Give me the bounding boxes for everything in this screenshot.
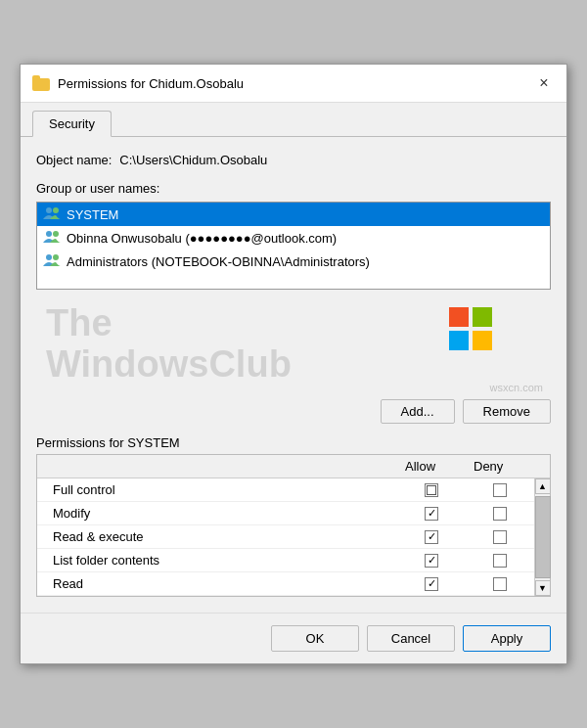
svg-rect-9 [473,331,492,350]
watermark-section: The WindowsClub wsxcn.com Add... Remove [36,297,551,424]
user-icon-obinna [43,229,61,247]
perm-name-list-folder: List folder contents [37,549,397,571]
scroll-down-arrow[interactable]: ▼ [535,580,551,596]
perm-allow-read-execute[interactable] [397,530,466,544]
perm-allow-read[interactable] [397,577,466,591]
add-remove-row: Add... Remove [36,399,551,424]
watermark-text: The WindowsClub [46,303,292,386]
user-icon-admins [43,252,61,270]
perm-deny-list-folder[interactable] [466,554,534,568]
object-name-row: Object name: C:\Users\Chidum.Osobalu [36,153,551,167]
checkbox-allow-read-execute[interactable] [425,530,438,544]
svg-rect-6 [449,307,469,327]
apply-button[interactable]: Apply [463,625,551,652]
perm-row-read-execute: Read & execute [37,525,550,549]
user-item-admins[interactable]: Administrators (NOTEBOOK-OBINNA\Administ… [37,250,550,273]
dialog-content: Object name: C:\Users\Chidum.Osobalu Gro… [21,137,566,613]
permissions-dialog: Permissions for Chidum.Osobalu × Securit… [20,64,567,664]
watermark-area: The WindowsClub wsxcn.com [36,297,551,395]
user-name-admins: Administrators (NOTEBOOK-OBINNA\Administ… [67,254,370,269]
user-item-obinna[interactable]: Obinna Onwusobalu (●●●●●●●●@outlook.com) [37,226,550,250]
checkbox-allow-modify[interactable] [425,507,438,521]
svg-point-0 [46,207,52,213]
perm-row-modify: Modify [37,502,550,525]
svg-point-4 [46,254,52,260]
scroll-thumb[interactable] [535,496,551,578]
add-button[interactable]: Add... [381,399,455,424]
title-bar: Permissions for Chidum.Osobalu × [21,65,566,103]
permissions-wrapper: Allow Deny Full control Modify [36,454,551,597]
perm-name-fullcontrol: Full control [37,478,397,501]
perm-row-list-folder: List folder contents [37,549,550,572]
wsxcn-watermark: wsxcn.com [490,382,543,393]
close-button[interactable]: × [533,72,555,94]
title-bar-left: Permissions for Chidum.Osobalu [32,75,244,91]
tab-bar: Security [21,103,566,137]
checkbox-deny-read[interactable] [493,577,507,591]
col-permission [37,457,397,476]
perm-name-read-execute: Read & execute [37,525,397,548]
user-icon-system [43,205,61,223]
ok-button[interactable]: OK [271,625,359,652]
col-allow: Allow [397,457,466,476]
checkbox-allow-fullcontrol[interactable] [425,483,438,497]
permissions-rows-container: Full control Modify [37,478,550,596]
svg-point-3 [53,231,59,237]
perm-deny-fullcontrol[interactable] [466,483,534,497]
svg-rect-7 [473,307,492,327]
svg-point-5 [53,254,59,260]
bottom-buttons: OK Cancel Apply [21,613,566,663]
group-users-label: Group or user names: [36,181,551,196]
perm-name-modify: Modify [37,502,397,524]
checkbox-deny-fullcontrol[interactable] [493,483,507,497]
perm-allow-list-folder[interactable] [397,554,466,568]
checkbox-deny-modify[interactable] [493,507,507,521]
folder-icon [32,75,50,91]
users-list: SYSTEM Obinna Onwusobalu (●●●●●●●●@outlo… [36,202,551,290]
checkbox-deny-list-folder[interactable] [493,554,507,568]
svg-point-2 [46,231,52,237]
checkbox-allow-read[interactable] [425,577,438,591]
object-name-value: C:\Users\Chidum.Osobalu [119,153,267,167]
dialog-title: Permissions for Chidum.Osobalu [58,76,244,91]
user-name-obinna: Obinna Onwusobalu (●●●●●●●●@outlook.com) [67,231,337,246]
perm-name-read: Read [37,572,397,595]
user-name-system: SYSTEM [67,207,118,222]
perm-deny-modify[interactable] [466,507,534,521]
user-item-system[interactable]: SYSTEM [37,203,550,226]
permissions-label: Permissions for SYSTEM [36,435,551,450]
col-deny: Deny [466,457,534,476]
scroll-up-arrow[interactable]: ▲ [535,478,551,494]
svg-rect-8 [449,331,469,350]
permissions-header: Allow Deny [37,455,550,478]
perm-allow-fullcontrol[interactable] [397,483,466,497]
svg-point-1 [53,207,59,213]
perm-deny-read[interactable] [466,577,534,591]
object-name-label: Object name: [36,153,112,167]
perm-row-fullcontrol: Full control [37,478,550,502]
permissions-scrollbar[interactable]: ▲ ▼ [534,478,550,596]
col-scroll [534,457,550,476]
perm-deny-read-execute[interactable] [466,530,534,544]
tab-security[interactable]: Security [32,111,112,137]
perm-row-read: Read [37,572,550,596]
remove-button[interactable]: Remove [463,399,551,424]
perm-allow-modify[interactable] [397,507,466,521]
checkbox-allow-list-folder[interactable] [425,554,438,568]
cancel-button[interactable]: Cancel [367,625,455,652]
windows-logo-icon [449,307,492,350]
checkbox-deny-read-execute[interactable] [493,530,507,544]
